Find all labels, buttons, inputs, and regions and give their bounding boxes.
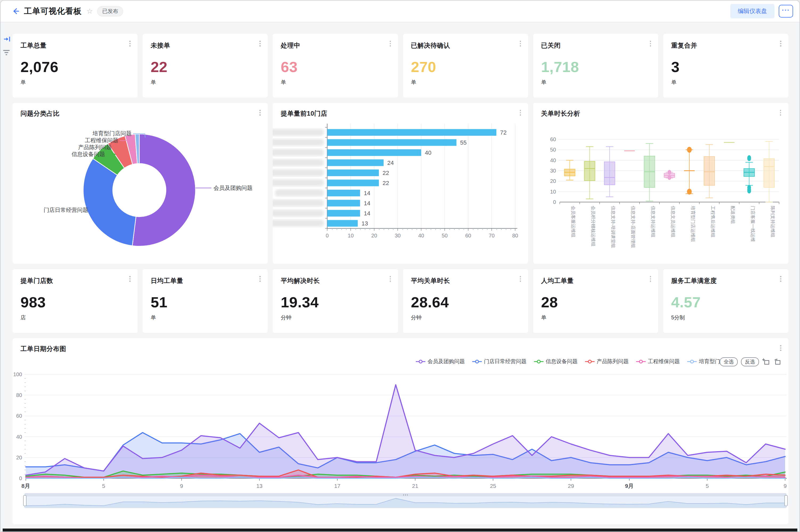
kpi-unit: 店 bbox=[20, 314, 130, 321]
svg-text:80: 80 bbox=[513, 233, 518, 239]
pie-label: 培育型门店问题 bbox=[92, 130, 132, 136]
card-menu-icon[interactable] bbox=[520, 41, 521, 46]
x-tick-label: 25 bbox=[490, 483, 496, 489]
card-menu-icon[interactable] bbox=[780, 345, 781, 351]
card-menu-icon[interactable] bbox=[259, 41, 261, 46]
zoom-select-icon[interactable] bbox=[762, 358, 770, 366]
svg-text:60: 60 bbox=[465, 233, 471, 239]
outlier-dot bbox=[668, 175, 671, 180]
card-menu-icon[interactable] bbox=[650, 41, 651, 46]
card-menu-icon[interactable] bbox=[520, 276, 521, 282]
x-tick-label: 13 bbox=[256, 483, 262, 489]
bar[interactable] bbox=[327, 149, 421, 156]
kpi-unit: 5分制 bbox=[671, 314, 780, 321]
datazoom-left-handle[interactable] bbox=[23, 495, 26, 506]
legend-marker-icon bbox=[636, 359, 646, 364]
pie-chart[interactable]: 会员及团购问题门店日常经营问题培育型门店问题工程维保问题产品陈列问题信息设备问题 bbox=[13, 103, 268, 264]
card-menu-icon[interactable] bbox=[259, 276, 261, 282]
card-menu-icon[interactable] bbox=[390, 41, 391, 46]
bar[interactable] bbox=[327, 210, 360, 217]
bar-label-redacted bbox=[273, 129, 324, 136]
bar-value: 55 bbox=[460, 139, 467, 146]
edit-dashboard-button[interactable]: 编辑仪表盘 bbox=[730, 4, 775, 18]
kpi-card-row1-4: 已关闭1,718单 bbox=[533, 34, 658, 98]
box[interactable] bbox=[584, 162, 595, 181]
card-menu-icon[interactable] bbox=[650, 276, 651, 282]
outlier-dot bbox=[668, 170, 671, 175]
card-menu-icon[interactable] bbox=[780, 110, 781, 116]
outlier-dot bbox=[747, 156, 751, 161]
svg-text:70: 70 bbox=[489, 233, 495, 239]
datazoom-right-handle[interactable] bbox=[785, 495, 787, 506]
legend-item-2[interactable]: 信息设备问题 bbox=[534, 358, 578, 365]
bar[interactable] bbox=[327, 139, 457, 146]
filter-icon[interactable] bbox=[2, 49, 11, 58]
header: 工单可视化看板 ☆ 已发布 编辑仪表盘 ··· bbox=[1, 1, 799, 22]
legend-item-3[interactable]: 产品陈列问题 bbox=[585, 358, 629, 365]
kpi-value: 19.34 bbox=[281, 293, 390, 311]
kpi-unit: 单 bbox=[151, 79, 260, 86]
box[interactable] bbox=[704, 157, 714, 185]
bar-label-redacted bbox=[273, 220, 324, 227]
box[interactable] bbox=[764, 159, 775, 187]
kpi-card-row2-0: 提单门店数983店 bbox=[13, 269, 137, 333]
kpi-card-row2-3: 平均关单时长28.64分钟 bbox=[403, 269, 528, 333]
box[interactable] bbox=[604, 162, 615, 185]
bar-value: 22 bbox=[383, 180, 389, 186]
kpi-unit: 单 bbox=[20, 79, 130, 86]
more-actions-button[interactable]: ··· bbox=[779, 5, 793, 18]
kpi-value: 51 bbox=[151, 293, 260, 311]
select-all-button[interactable]: 全选 bbox=[720, 357, 738, 366]
pie-slice[interactable] bbox=[83, 158, 136, 246]
kpi-unit: 分钟 bbox=[281, 314, 390, 321]
kpi-unit: 分钟 bbox=[411, 314, 520, 321]
svg-text:0: 0 bbox=[326, 233, 329, 239]
pie-slice[interactable] bbox=[132, 134, 196, 246]
svg-text:60: 60 bbox=[550, 136, 556, 142]
legend-item-1[interactable]: 门店日常经营问题 bbox=[472, 358, 526, 365]
timeline-chart[interactable]: 0204060801008月5913172125299月59 bbox=[13, 338, 788, 524]
box-category-label: 陈列支持运维组 bbox=[770, 206, 775, 238]
back-icon[interactable] bbox=[12, 7, 20, 15]
kpi-title: 已解决待确认 bbox=[411, 41, 520, 50]
card-menu-icon[interactable] bbox=[780, 276, 781, 282]
svg-text:40: 40 bbox=[550, 157, 556, 163]
collapse-panel-icon[interactable] bbox=[3, 35, 11, 44]
box-category-label: 信息文员运维组 bbox=[670, 206, 675, 238]
card-menu-icon[interactable] bbox=[129, 41, 131, 46]
kpi-value: 2,076 bbox=[20, 58, 130, 76]
restore-icon[interactable] bbox=[774, 358, 781, 366]
bar-label-redacted bbox=[273, 149, 324, 156]
bar[interactable] bbox=[327, 180, 379, 186]
box-category-label: 信息支持-店面管理组 bbox=[631, 206, 636, 248]
star-icon[interactable]: ☆ bbox=[87, 7, 93, 15]
card-menu-icon[interactable] bbox=[780, 41, 781, 46]
legend-item-4[interactable]: 工程维保问题 bbox=[636, 358, 680, 365]
bar-value: 14 bbox=[364, 210, 370, 217]
card-menu-icon[interactable] bbox=[390, 276, 391, 282]
invert-selection-button[interactable]: 反选 bbox=[741, 357, 759, 366]
card-menu-icon[interactable] bbox=[259, 110, 261, 116]
svg-text:0: 0 bbox=[19, 475, 22, 481]
svg-text:100: 100 bbox=[13, 372, 22, 377]
legend-marker-icon bbox=[687, 359, 697, 364]
legend-item-0[interactable]: 会员及团购问题 bbox=[416, 358, 465, 365]
bar[interactable] bbox=[327, 220, 358, 227]
boxplot-chart[interactable]: 0102030405060会员客服运维组会员积分稽核运维组信息支持-培训课堂组信… bbox=[533, 103, 788, 264]
kpi-value: 22 bbox=[151, 58, 260, 76]
bar[interactable] bbox=[327, 200, 360, 207]
bar[interactable] bbox=[327, 170, 379, 176]
legend-marker-icon bbox=[534, 359, 543, 364]
bar-label-redacted bbox=[273, 209, 324, 217]
timeline-card: 工单日期分布图 会员及团购问题门店日常经营问题信息设备问题产品陈列问题工程维保问… bbox=[13, 338, 788, 524]
card-menu-icon[interactable] bbox=[129, 276, 131, 282]
bar[interactable] bbox=[327, 159, 384, 166]
kpi-value: 3 bbox=[671, 58, 780, 76]
kpi-title: 工单总量 bbox=[20, 41, 130, 50]
kpi-row-2: 提单门店数983店日均工单量51单平均解决时长19.34分钟平均关单时长28.6… bbox=[13, 269, 788, 333]
bar[interactable] bbox=[327, 129, 497, 136]
bar[interactable] bbox=[327, 190, 360, 196]
card-menu-icon[interactable] bbox=[520, 110, 521, 116]
bar-chart[interactable]: 0102030405060708072554024222214141413 bbox=[273, 103, 528, 264]
kpi-unit: 单 bbox=[541, 314, 650, 321]
